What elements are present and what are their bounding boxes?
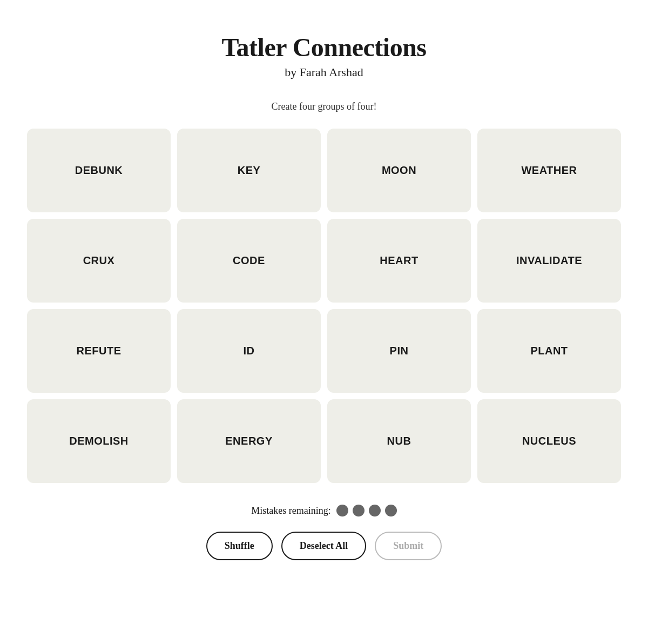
word-tile-tile-8[interactable]: INVALIDATE [477, 219, 621, 303]
word-tile-tile-9[interactable]: REFUTE [27, 309, 171, 393]
word-tile-label: NUB [387, 435, 411, 447]
buttons-row: Shuffle Deselect All Submit [206, 532, 442, 560]
mistakes-label: Mistakes remaining: [251, 505, 330, 516]
deselect-all-button[interactable]: Deselect All [281, 532, 366, 560]
instructions-text: Create four groups of four! [272, 101, 377, 112]
word-tile-label: NUCLEUS [522, 435, 576, 447]
page-title: Tatler Connections [221, 32, 426, 62]
word-tile-label: CODE [233, 254, 265, 267]
word-tile-tile-15[interactable]: NUB [327, 399, 471, 483]
word-grid: DEBUNKKEYMOONWEATHERCRUXCODEHEARTINVALID… [27, 129, 621, 483]
mistake-dot [353, 505, 364, 516]
word-tile-label: REFUTE [77, 345, 122, 357]
mistake-dot [369, 505, 381, 516]
word-tile-tile-13[interactable]: DEMOLISH [27, 399, 171, 483]
word-tile-label: INVALIDATE [516, 254, 582, 267]
word-tile-tile-1[interactable]: DEBUNK [27, 129, 171, 212]
page-subtitle: by Farah Arshad [221, 65, 426, 79]
word-tile-label: KEY [238, 164, 261, 177]
word-tile-tile-2[interactable]: KEY [177, 129, 321, 212]
mistakes-dots [336, 505, 397, 516]
word-tile-tile-6[interactable]: CODE [177, 219, 321, 303]
word-tile-label: DEBUNK [75, 164, 123, 177]
word-tile-label: DEMOLISH [69, 435, 129, 447]
word-tile-tile-16[interactable]: NUCLEUS [477, 399, 621, 483]
word-tile-label: ID [244, 345, 255, 357]
mistakes-row: Mistakes remaining: [251, 505, 396, 516]
page-container: Tatler Connections by Farah Arshad Creat… [27, 0, 621, 560]
submit-button[interactable]: Submit [375, 532, 442, 560]
word-tile-tile-12[interactable]: PLANT [477, 309, 621, 393]
word-tile-label: MOON [382, 164, 416, 177]
word-tile-label: PLANT [530, 345, 568, 357]
header: Tatler Connections by Farah Arshad [221, 32, 426, 79]
word-tile-label: ENERGY [225, 435, 272, 447]
mistake-dot [385, 505, 397, 516]
word-tile-tile-10[interactable]: ID [177, 309, 321, 393]
word-tile-tile-7[interactable]: HEART [327, 219, 471, 303]
mistake-dot [336, 505, 348, 516]
word-tile-label: WEATHER [521, 164, 577, 177]
word-tile-label: HEART [380, 254, 418, 267]
word-tile-tile-11[interactable]: PIN [327, 309, 471, 393]
word-tile-tile-3[interactable]: MOON [327, 129, 471, 212]
word-tile-label: PIN [390, 345, 409, 357]
word-tile-tile-5[interactable]: CRUX [27, 219, 171, 303]
word-tile-label: CRUX [83, 254, 115, 267]
word-tile-tile-4[interactable]: WEATHER [477, 129, 621, 212]
shuffle-button[interactable]: Shuffle [206, 532, 273, 560]
word-tile-tile-14[interactable]: ENERGY [177, 399, 321, 483]
